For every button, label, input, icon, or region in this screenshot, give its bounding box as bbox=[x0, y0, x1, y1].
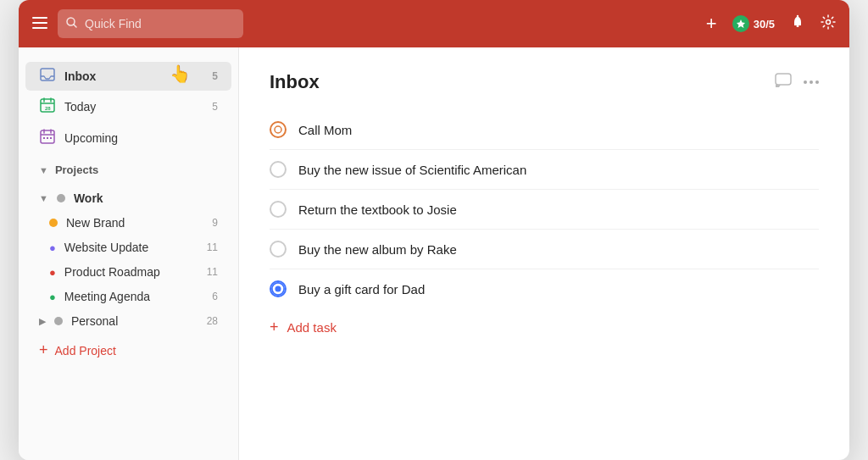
meeting-agenda-label: Meeting Agenda bbox=[64, 290, 203, 303]
plus-icon: + bbox=[706, 13, 717, 35]
svg-rect-21 bbox=[776, 74, 791, 85]
task-label: Call Mom bbox=[298, 123, 352, 137]
sidebar-project-product-roadmap[interactable]: ● Product Roadmap 11 bbox=[25, 260, 231, 284]
inbox-label: Inbox bbox=[64, 69, 203, 83]
settings-button[interactable] bbox=[821, 14, 836, 34]
svg-point-22 bbox=[275, 126, 281, 133]
new-brand-count: 9 bbox=[212, 217, 218, 229]
work-label: Work bbox=[74, 191, 103, 205]
task-item[interactable]: Buy the new issue of Scientific American bbox=[270, 150, 819, 190]
three-dots-icon bbox=[804, 80, 819, 84]
new-brand-label: New Brand bbox=[66, 216, 203, 230]
svg-rect-0 bbox=[32, 17, 47, 19]
svg-rect-20 bbox=[50, 137, 52, 139]
page-title: Inbox bbox=[270, 71, 775, 93]
add-task-row[interactable]: + Add task bbox=[270, 308, 819, 346]
sidebar-item-personal[interactable]: ▶ Personal 28 bbox=[25, 309, 231, 333]
more-options-button[interactable] bbox=[804, 80, 819, 84]
main-layout: Inbox 5 👆 28 Today 5 bbox=[19, 47, 849, 460]
website-update-label: Website Update bbox=[64, 241, 198, 254]
website-update-count: 11 bbox=[207, 241, 218, 253]
task-label: Buy the new album by Rake bbox=[298, 242, 457, 257]
svg-rect-1 bbox=[32, 22, 47, 24]
sidebar: Inbox 5 👆 28 Today 5 bbox=[19, 47, 239, 460]
task-list: Call Mom Buy the new issue of Scientific… bbox=[270, 110, 819, 308]
add-task-label: Add task bbox=[287, 320, 337, 335]
task-label: Buy a gift card for Dad bbox=[298, 282, 425, 297]
app-window: + 30/5 bbox=[19, 0, 849, 460]
svg-point-24 bbox=[275, 285, 281, 291]
task-checkbox[interactable] bbox=[270, 201, 287, 218]
projects-label: Projects bbox=[55, 163, 98, 176]
add-project-plus-icon: + bbox=[39, 341, 48, 359]
karma-icon bbox=[732, 15, 749, 32]
svg-text:28: 28 bbox=[45, 106, 51, 111]
sidebar-item-work[interactable]: ▼ Work bbox=[25, 186, 231, 210]
task-checkbox[interactable] bbox=[270, 241, 287, 258]
projects-section-header[interactable]: ▼ Projects bbox=[25, 157, 231, 183]
karma-count: 30/5 bbox=[754, 18, 775, 30]
today-icon: 28 bbox=[39, 97, 56, 116]
meeting-agenda-count: 6 bbox=[212, 291, 218, 302]
task-item[interactable]: Buy a gift card for Dad bbox=[270, 269, 819, 308]
menu-button[interactable] bbox=[32, 15, 47, 33]
svg-rect-14 bbox=[41, 130, 54, 143]
inbox-count: 5 bbox=[212, 70, 218, 82]
task-item[interactable]: Return the textbook to Josie bbox=[270, 190, 819, 230]
task-checkbox[interactable] bbox=[270, 280, 287, 297]
notifications-button[interactable] bbox=[790, 14, 805, 34]
sidebar-project-website-update[interactable]: ● Website Update 11 bbox=[25, 236, 231, 259]
add-task-button[interactable]: + bbox=[706, 13, 717, 35]
add-project-row[interactable]: + Add Project bbox=[25, 336, 231, 364]
sidebar-project-new-brand[interactable]: New Brand 9 bbox=[25, 211, 231, 235]
today-label: Today bbox=[64, 100, 203, 114]
person-icon-website: ● bbox=[49, 241, 56, 254]
topbar-actions: + 30/5 bbox=[706, 13, 836, 35]
sidebar-item-today[interactable]: 28 Today 5 bbox=[25, 91, 231, 122]
comment-button[interactable] bbox=[775, 73, 792, 92]
inbox-icon bbox=[39, 68, 56, 85]
search-input[interactable] bbox=[58, 9, 243, 38]
chevron-down-work-icon: ▼ bbox=[39, 193, 48, 203]
new-brand-dot bbox=[49, 219, 58, 227]
upcoming-label: Upcoming bbox=[64, 131, 218, 145]
content-area: Inbox bbox=[239, 47, 849, 460]
work-dot bbox=[57, 194, 65, 202]
add-project-label: Add Project bbox=[55, 344, 116, 357]
upcoming-icon bbox=[39, 129, 56, 147]
sidebar-item-upcoming[interactable]: Upcoming bbox=[25, 123, 231, 153]
person-icon-product: ● bbox=[49, 266, 56, 279]
hamburger-icon bbox=[32, 15, 47, 33]
add-task-plus-icon: + bbox=[270, 319, 279, 336]
sidebar-item-inbox[interactable]: Inbox 5 👆 bbox=[25, 62, 231, 91]
svg-rect-2 bbox=[32, 27, 47, 29]
svg-point-6 bbox=[797, 14, 798, 16]
personal-label: Personal bbox=[71, 314, 198, 328]
personal-dot bbox=[54, 317, 63, 325]
bell-icon bbox=[790, 14, 805, 34]
chevron-right-personal-icon: ▶ bbox=[39, 316, 46, 327]
content-header-actions bbox=[775, 73, 819, 92]
svg-rect-5 bbox=[797, 25, 799, 27]
task-checkbox[interactable] bbox=[270, 121, 287, 138]
gear-icon bbox=[821, 14, 836, 34]
task-label: Buy the new issue of Scientific American bbox=[298, 163, 526, 177]
product-roadmap-label: Product Roadmap bbox=[64, 265, 198, 279]
today-count: 5 bbox=[212, 101, 218, 113]
product-roadmap-count: 11 bbox=[207, 266, 218, 278]
svg-rect-19 bbox=[47, 137, 48, 139]
svg-rect-18 bbox=[43, 137, 45, 139]
personal-count: 28 bbox=[207, 315, 218, 327]
sidebar-project-meeting-agenda[interactable]: ● Meeting Agenda 6 bbox=[25, 285, 231, 308]
search-wrap bbox=[58, 9, 243, 38]
person-icon-meeting: ● bbox=[49, 291, 56, 303]
svg-point-7 bbox=[826, 19, 831, 24]
task-item[interactable]: Buy the new album by Rake bbox=[270, 230, 819, 269]
task-checkbox[interactable] bbox=[270, 161, 287, 178]
karma-badge: 30/5 bbox=[732, 15, 775, 32]
comment-icon bbox=[775, 75, 792, 91]
topbar: + 30/5 bbox=[19, 0, 849, 47]
content-header: Inbox bbox=[270, 71, 819, 93]
task-label: Return the textbook to Josie bbox=[298, 202, 457, 217]
task-item[interactable]: Call Mom bbox=[270, 110, 819, 150]
